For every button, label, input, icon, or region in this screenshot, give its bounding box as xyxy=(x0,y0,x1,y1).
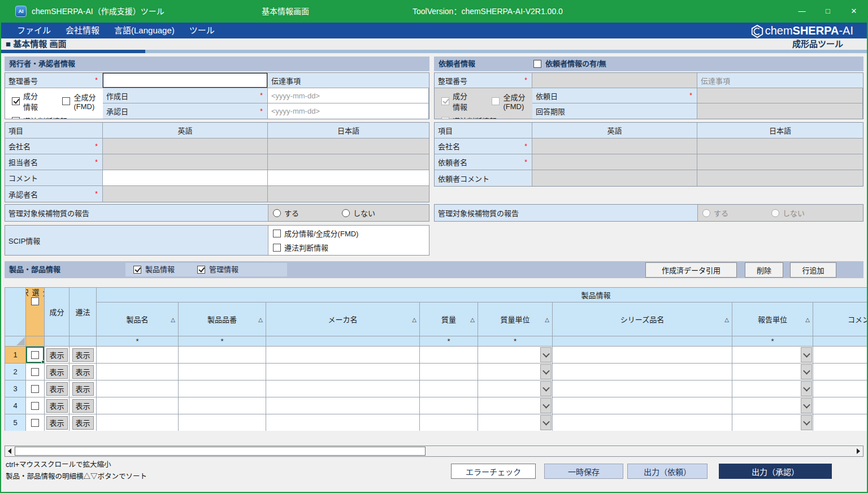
show-compliance-button[interactable]: 表示 xyxy=(72,365,94,379)
temp-save-button[interactable]: 一時保存 xyxy=(544,464,623,479)
issuer-comment-ja-field[interactable] xyxy=(268,170,429,186)
row-select-checkbox[interactable] xyxy=(31,368,39,376)
show-compliance-button[interactable]: 表示 xyxy=(72,416,94,430)
horizontal-scrollbar[interactable] xyxy=(5,446,863,457)
issuer-approved-date-field[interactable]: <yyyy-mm-dd> xyxy=(268,103,429,119)
row-number-2[interactable]: 2 xyxy=(5,364,26,380)
grid-cell-text[interactable] xyxy=(266,397,420,414)
show-composition-button[interactable]: 表示 xyxy=(46,365,68,379)
dropdown-arrow-icon[interactable] xyxy=(540,364,552,379)
grid-cell-dropdown[interactable] xyxy=(478,347,553,364)
grid-cell-text[interactable] xyxy=(553,347,732,364)
row-number-3[interactable]: 3 xyxy=(5,380,26,397)
scrollbar-thumb[interactable] xyxy=(15,447,426,456)
grid-cell-text[interactable] xyxy=(97,380,179,397)
grid-cell-dropdown[interactable] xyxy=(732,397,813,414)
menu-language[interactable]: 言語(Language) xyxy=(114,23,175,38)
delete-row-button[interactable]: 削除 xyxy=(745,262,783,278)
grid-cell-text[interactable] xyxy=(813,414,868,431)
grid-cell-text[interactable] xyxy=(553,397,732,414)
grid-cell-dropdown[interactable] xyxy=(478,397,553,414)
maximize-button[interactable]: □ xyxy=(815,0,841,23)
grid-cell-text[interactable] xyxy=(813,380,868,397)
sort-triangle-icon[interactable]: △ xyxy=(470,316,475,322)
dropdown-arrow-icon[interactable] xyxy=(540,398,552,413)
grid-cell-dropdown[interactable] xyxy=(732,347,813,364)
sort-triangle-icon[interactable]: △ xyxy=(171,316,175,322)
add-row-button[interactable]: 行追加 xyxy=(790,262,836,278)
show-compliance-button[interactable]: 表示 xyxy=(72,382,94,396)
show-composition-button[interactable]: 表示 xyxy=(46,348,68,362)
grid-cell-text[interactable] xyxy=(420,397,478,414)
grid-cell-dropdown[interactable] xyxy=(732,364,813,380)
grid-cell-text[interactable] xyxy=(179,414,266,431)
grid-cell-text[interactable] xyxy=(97,397,179,414)
row-number-1[interactable]: 1 xyxy=(5,347,26,364)
grid-cell-dropdown[interactable] xyxy=(732,380,813,397)
close-button[interactable]: ✕ xyxy=(841,0,867,23)
dropdown-arrow-icon[interactable] xyxy=(540,415,552,430)
grid-cell-text[interactable] xyxy=(420,414,478,431)
row-select-cell[interactable] xyxy=(26,347,45,364)
grid-cell-text[interactable] xyxy=(97,414,179,431)
show-composition-button[interactable]: 表示 xyxy=(46,416,68,430)
scroll-left-arrow[interactable] xyxy=(5,446,14,456)
row-select-checkbox[interactable] xyxy=(31,385,39,393)
grid-cell-dropdown[interactable] xyxy=(732,414,813,431)
select-all-checkbox[interactable] xyxy=(31,297,39,305)
dropdown-arrow-icon[interactable] xyxy=(540,381,552,396)
full-composition-fmd-checkbox[interactable] xyxy=(62,97,70,105)
grid-cell-text[interactable] xyxy=(97,364,179,380)
dropdown-arrow-icon[interactable] xyxy=(540,347,552,362)
output-approve-button[interactable]: 出力（承認） xyxy=(719,464,832,479)
error-check-button[interactable]: エラーチェック xyxy=(451,464,536,479)
grid-cell-text[interactable] xyxy=(813,364,868,380)
sort-triangle-icon[interactable]: △ xyxy=(545,316,549,322)
requester-info-toggle-checkbox[interactable] xyxy=(533,60,541,68)
show-compliance-button[interactable]: 表示 xyxy=(72,348,94,362)
grid-cell-text[interactable] xyxy=(266,380,420,397)
grid-cell-text[interactable] xyxy=(179,380,266,397)
dropdown-arrow-icon[interactable] xyxy=(801,415,812,430)
row-number-5[interactable]: 5 xyxy=(5,414,26,431)
sort-triangle-icon[interactable]: △ xyxy=(412,316,416,322)
management-info-toggle-checkbox[interactable] xyxy=(197,266,205,274)
row-select-checkbox[interactable] xyxy=(31,351,39,359)
row-number-4[interactable]: 4 xyxy=(5,397,26,414)
menu-company-info[interactable]: 会社情報 xyxy=(66,23,99,38)
scip-compliance-checkbox[interactable] xyxy=(273,244,281,252)
dropdown-arrow-icon[interactable] xyxy=(801,398,812,413)
product-info-toggle-checkbox[interactable] xyxy=(133,266,141,274)
sort-triangle-icon[interactable]: △ xyxy=(805,316,810,322)
grid-cell-text[interactable] xyxy=(179,364,266,380)
row-select-cell[interactable] xyxy=(26,397,45,414)
grid-cell-text[interactable] xyxy=(266,364,420,380)
grid-cell-text[interactable] xyxy=(420,380,478,397)
grid-cell-text[interactable] xyxy=(553,380,732,397)
grid-cell-text[interactable] xyxy=(420,347,478,364)
scip-composition-checkbox[interactable] xyxy=(273,230,281,237)
report-no-radio[interactable] xyxy=(342,209,350,217)
compliance-judgment-checkbox[interactable] xyxy=(12,117,20,119)
grid-cell-text[interactable] xyxy=(266,414,420,431)
report-yes-radio[interactable] xyxy=(273,209,281,217)
menu-tools[interactable]: ツール xyxy=(189,23,215,38)
show-composition-button[interactable]: 表示 xyxy=(46,382,68,396)
issuer-seiri-input[interactable] xyxy=(103,73,267,88)
grid-cell-text[interactable] xyxy=(553,364,732,380)
grid-cell-text[interactable] xyxy=(420,364,478,380)
grid-cell-dropdown[interactable] xyxy=(478,414,553,431)
row-select-cell[interactable] xyxy=(26,414,45,431)
sort-triangle-icon[interactable]: △ xyxy=(724,316,729,322)
dropdown-arrow-icon[interactable] xyxy=(801,347,812,362)
show-compliance-button[interactable]: 表示 xyxy=(72,399,94,413)
dropdown-arrow-icon[interactable] xyxy=(801,364,812,379)
composition-info-checkbox[interactable] xyxy=(12,97,20,105)
issuer-comment-en-field[interactable] xyxy=(103,170,268,186)
row-select-cell[interactable] xyxy=(26,364,45,380)
grid-cell-text[interactable] xyxy=(179,397,266,414)
menu-file[interactable]: ファイル xyxy=(17,23,51,38)
issuer-created-date-field[interactable]: <yyyy-mm-dd> xyxy=(268,88,429,103)
import-existing-data-button[interactable]: 作成済データ引用 xyxy=(645,262,737,278)
minimize-button[interactable]: — xyxy=(789,0,815,23)
